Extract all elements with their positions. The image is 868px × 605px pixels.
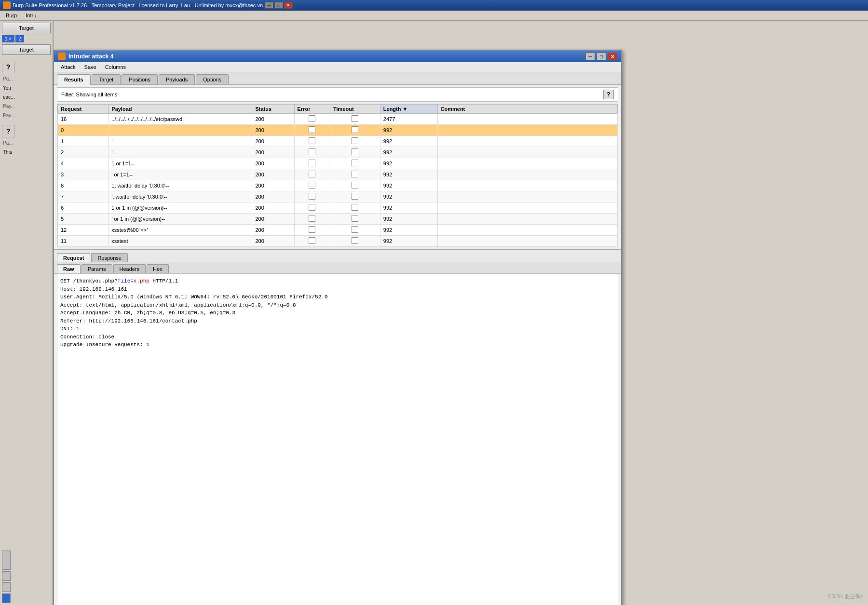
intruder-minimize[interactable]: ─ (585, 53, 595, 60)
cell-timeout-checkbox[interactable] (352, 204, 358, 211)
table-row[interactable]: 0200992 (58, 125, 618, 136)
cell-request: 0 (58, 125, 108, 136)
table-row[interactable]: 41 or 1=1--200992 (58, 158, 618, 169)
cell-payload: 1 or 1=1-- (108, 158, 252, 169)
cell-timeout-checkbox[interactable] (352, 171, 358, 177)
cell-error-checkbox[interactable] (309, 204, 315, 211)
target-btn-2[interactable]: Target (2, 44, 51, 55)
cell-error-checkbox[interactable] (309, 148, 315, 155)
table-row[interactable]: 11xsstest200992 (58, 236, 618, 247)
cell-error-checkbox[interactable] (309, 171, 315, 177)
table-row[interactable]: 16../../../../../../../../../../etc/pass… (58, 114, 618, 125)
request-content: GET /thankyou.php?file=x.php HTTP/1.1 Ho… (57, 274, 618, 605)
cell-error-checkbox[interactable] (309, 215, 315, 222)
col-payload[interactable]: Payload (108, 105, 252, 114)
cell-status: 200 (252, 114, 294, 125)
minimize-btn[interactable]: ─ (265, 2, 273, 9)
cell-error-checkbox[interactable] (309, 115, 315, 122)
tab-target[interactable]: Target (92, 74, 121, 84)
tab-options[interactable]: Options (196, 74, 229, 84)
cell-comment (437, 191, 617, 202)
cell-timeout-checkbox[interactable] (352, 226, 358, 233)
cell-error (294, 214, 330, 225)
subtab-headers[interactable]: Headers (113, 264, 146, 273)
table-row[interactable]: 1'200992 (58, 136, 618, 147)
side-help-2[interactable]: ? (2, 125, 14, 137)
menu-intruder[interactable]: Intru... (22, 12, 44, 19)
col-request[interactable]: Request (58, 105, 108, 114)
table-row[interactable]: 3' or 1=1--200992 (58, 169, 618, 180)
cell-status: 200 (252, 125, 294, 136)
cell-error (294, 225, 330, 236)
cell-request: 6 (58, 202, 108, 214)
table-row[interactable]: 7'; waitfor delay '0:30:0'--200992 (58, 191, 618, 202)
cell-error-checkbox[interactable] (309, 126, 315, 133)
cell-error-checkbox[interactable] (309, 137, 315, 144)
cell-timeout-checkbox[interactable] (352, 126, 358, 133)
menu-attack[interactable]: Attack (57, 63, 80, 71)
cell-timeout (330, 158, 380, 169)
col-comment[interactable]: Comment (437, 105, 617, 114)
filter-help-btn[interactable]: ? (603, 90, 614, 99)
subtab-hex[interactable]: Hex (147, 264, 169, 273)
col-timeout[interactable]: Timeout (330, 105, 380, 114)
subtab-raw[interactable]: Raw (57, 264, 81, 273)
intruder-menu-bar: Attack Save Columns (54, 62, 621, 72)
cell-length: 992 (380, 180, 437, 191)
menu-burp[interactable]: Burp (2, 12, 21, 19)
cell-error-checkbox[interactable] (309, 193, 315, 200)
menu-columns[interactable]: Columns (101, 63, 130, 71)
cell-error-checkbox[interactable] (309, 182, 315, 188)
cell-length: 992 (380, 125, 437, 136)
maximize-btn[interactable]: □ (274, 2, 283, 9)
tab-results[interactable]: Results (57, 74, 91, 85)
cell-error (294, 202, 330, 214)
outer-title-controls: ─ □ ✕ (265, 2, 293, 9)
tab-payloads[interactable]: Payloads (159, 74, 195, 84)
cell-timeout-checkbox[interactable] (352, 237, 358, 244)
tab-request[interactable]: Request (57, 253, 90, 262)
cell-length: 992 (380, 202, 437, 214)
tab-response[interactable]: Response (91, 253, 128, 262)
tab-number-1[interactable]: 1 × (2, 35, 14, 42)
table-row[interactable]: 2'--200992 (58, 147, 618, 158)
cell-timeout-checkbox[interactable] (352, 160, 358, 166)
intruder-window: Intruder attack 4 ─ □ ✕ Attack Save Colu… (53, 50, 622, 605)
cell-length: 992 (380, 191, 437, 202)
table-row[interactable]: 12xsstest%00"<>'200992 (58, 225, 618, 236)
table-row[interactable]: 61 or 1 in (@@version)--200992 (58, 202, 618, 214)
table-row[interactable]: 5' or 1 in (@@version)--200992 (58, 214, 618, 225)
cell-timeout-checkbox[interactable] (352, 182, 358, 188)
cell-error (294, 169, 330, 180)
cell-timeout-checkbox[interactable] (352, 193, 358, 200)
cell-error (294, 191, 330, 202)
cell-error (294, 147, 330, 158)
col-status[interactable]: Status (252, 105, 294, 114)
side-this-label: This (2, 148, 51, 156)
cell-comment (437, 214, 617, 225)
intruder-maximize[interactable]: □ (597, 53, 606, 60)
cell-timeout-checkbox[interactable] (352, 115, 358, 122)
col-error[interactable]: Error (294, 105, 330, 114)
table-row[interactable]: 81; waitfor delay '0:30:0'--200992 (58, 180, 618, 191)
cell-error-checkbox[interactable] (309, 237, 315, 244)
intruder-close[interactable]: ✕ (608, 53, 617, 60)
cell-timeout-checkbox[interactable] (352, 137, 358, 144)
side-help-1[interactable]: ? (2, 61, 14, 73)
cell-timeout-checkbox[interactable] (352, 215, 358, 222)
menu-save[interactable]: Save (81, 63, 100, 71)
close-outer-btn[interactable]: ✕ (284, 2, 293, 9)
tab-number-2[interactable]: 2 (15, 35, 24, 42)
cell-timeout-checkbox[interactable] (352, 148, 358, 155)
subtab-params[interactable]: Params (81, 264, 112, 273)
cell-comment (437, 202, 617, 214)
req-line-3: User-Agent: Mozilla/5.0 (Windows NT 6.1;… (60, 293, 615, 301)
col-length[interactable]: Length ▼ (380, 105, 437, 114)
intruder-title: Intruder attack 4 (68, 53, 583, 60)
tab-positions[interactable]: Positions (122, 74, 158, 84)
target-btn[interactable]: Target (2, 23, 51, 33)
cell-length: 992 (380, 136, 437, 147)
cell-error-checkbox[interactable] (309, 226, 315, 233)
cell-error-checkbox[interactable] (309, 160, 315, 166)
cell-error (294, 136, 330, 147)
